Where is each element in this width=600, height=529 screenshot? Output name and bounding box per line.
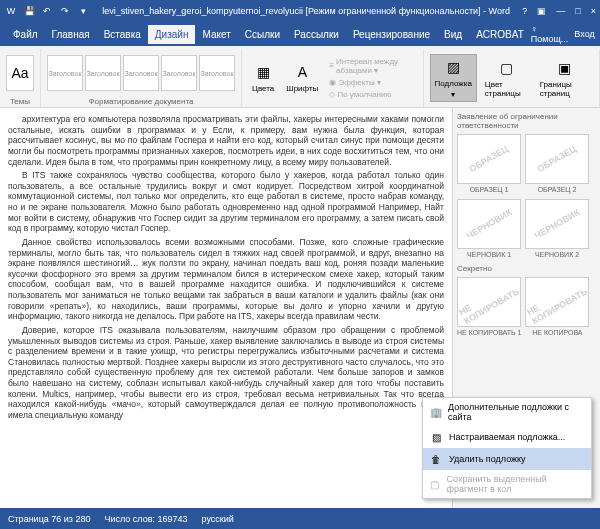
tab-insert[interactable]: Вставка (97, 25, 148, 44)
thumb-label: НЕ КОПИРОВАТЬ 1 (457, 329, 521, 336)
tab-view[interactable]: Вид (437, 25, 469, 44)
tab-acrobat[interactable]: ACROBAT (469, 25, 531, 44)
watermark-thumb-obrazec2[interactable]: ОБРАЗЕЦ (525, 134, 589, 184)
thumb-label: ОБРАЗЕЦ 1 (470, 186, 509, 193)
tab-layout[interactable]: Макет (195, 25, 237, 44)
sign-in-link[interactable]: Вход (574, 29, 594, 39)
menu-remove-watermark[interactable]: 🗑Удалить подложку (423, 448, 591, 470)
language[interactable]: русский (202, 514, 234, 524)
secret-section-label: Секретно (457, 264, 596, 273)
borders-icon: ▣ (554, 58, 574, 78)
fonts-button[interactable]: AШрифты (282, 60, 322, 95)
title-bar: W 💾 ↶ ↷ ▾ levi_stiven_hakery_geroi_kompy… (0, 0, 600, 22)
minimize-icon[interactable]: — (556, 6, 565, 16)
panel-title: Заявление об ограничении ответственности (457, 112, 596, 130)
tab-file[interactable]: Файл (6, 25, 45, 44)
word-icon: W (4, 4, 18, 18)
effects-button[interactable]: ◉ Эффекты ▾ (326, 77, 416, 88)
redo-icon[interactable]: ↷ (58, 4, 72, 18)
themes-button[interactable]: Aa (6, 55, 34, 91)
quick-access-toolbar: W 💾 ↶ ↷ ▾ (4, 4, 90, 18)
style-item[interactable]: Заголовок (123, 55, 159, 91)
colors-icon: ▦ (253, 62, 273, 82)
window-title: levi_stiven_hakery_geroi_kompyuternoi_re… (90, 6, 522, 16)
remove-watermark-icon: 🗑 (429, 452, 443, 466)
window-controls: ? ▣ — □ × (522, 6, 596, 16)
status-bar: Страница 76 из 280 Число слов: 169743 ру… (0, 508, 600, 529)
watermark-thumb-obrazec1[interactable]: ОБРАЗЕЦ (457, 134, 521, 184)
paragraph[interactable]: Данное свойство использовалось всеми воз… (8, 237, 444, 322)
paragraph-spacing-button[interactable]: ≡ Интервал между абзацами ▾ (326, 56, 416, 76)
save-icon[interactable]: 💾 (22, 4, 36, 18)
undo-icon[interactable]: ↶ (40, 4, 54, 18)
default-button[interactable]: ◇ По умолчанию (326, 89, 416, 100)
maximize-icon[interactable]: □ (575, 6, 580, 16)
office-icon: 🏢 (429, 405, 442, 419)
watermark-thumb-chernovik1[interactable]: ЧЕРНОВИК (457, 199, 521, 249)
save-selection-icon: ▢ (429, 477, 441, 491)
thumb-label: ЧЕРНОВИК 1 (467, 251, 511, 258)
paragraph[interactable]: архитектура его компьютера позволяла про… (8, 114, 444, 167)
watermark-context-menu: 🏢Дополнительные подложки с сайта ▨Настра… (422, 397, 592, 499)
menu-more-watermarks[interactable]: 🏢Дополнительные подложки с сайта (423, 398, 591, 426)
paragraph[interactable]: Доверие, которое ITS оказывала пользоват… (8, 325, 444, 421)
tell-me-search[interactable]: ♀ Помощ... (531, 24, 569, 44)
watermark-button[interactable]: ▨Подложка▾ (430, 54, 477, 102)
watermark-thumb-nocopy2[interactable]: НЕ КОПИРОВАТЬ (525, 277, 589, 327)
style-item[interactable]: Заголовок (47, 55, 83, 91)
tab-home[interactable]: Главная (45, 25, 97, 44)
watermark-thumb-chernovik2[interactable]: ЧЕРНОВИК (525, 199, 589, 249)
style-gallery[interactable]: Заголовок Заголовок Заголовок Заголовок … (47, 49, 235, 97)
page-number[interactable]: Страница 76 из 280 (8, 514, 90, 524)
style-item[interactable]: Заголовок (161, 55, 197, 91)
tab-review[interactable]: Рецензирование (346, 25, 437, 44)
themes-label: Темы (10, 97, 30, 107)
help-icon[interactable]: ? (522, 6, 527, 16)
thumb-label: НЕ КОПИРОВА (532, 329, 582, 336)
colors-button[interactable]: ▦Цвета (248, 60, 278, 95)
document-page[interactable]: архитектура его компьютера позволяла про… (0, 108, 452, 508)
paragraph[interactable]: В ITS также сохранялось чувство сообщест… (8, 170, 444, 234)
tab-references[interactable]: Ссылки (238, 25, 287, 44)
thumb-label: ЧЕРНОВИК 2 (535, 251, 579, 258)
ribbon: Aa Темы Заголовок Заголовок Заголовок За… (0, 46, 600, 108)
qat-dropdown-icon[interactable]: ▾ (76, 4, 90, 18)
menu-custom-watermark[interactable]: ▨Настраиваемая подложка... (423, 426, 591, 448)
tab-design[interactable]: Дизайн (148, 25, 196, 44)
style-item[interactable]: Заголовок (199, 55, 235, 91)
tab-mailings[interactable]: Рассылки (287, 25, 346, 44)
thumb-label: ОБРАЗЕЦ 2 (538, 186, 577, 193)
ribbon-options-icon[interactable]: ▣ (537, 6, 546, 16)
format-label: Форматирование документа (89, 97, 194, 107)
close-icon[interactable]: × (591, 6, 596, 16)
style-item[interactable]: Заголовок (85, 55, 121, 91)
page-borders-button[interactable]: ▣Границы страниц (536, 56, 593, 100)
custom-watermark-icon: ▨ (429, 430, 443, 444)
menu-save-selection[interactable]: ▢Сохранить выделенный фрагмент в кол (423, 470, 591, 498)
watermark-icon: ▨ (443, 57, 463, 77)
page-color-icon: ▢ (496, 58, 516, 78)
page-color-button[interactable]: ▢Цвет страницы (481, 56, 532, 100)
word-count[interactable]: Число слов: 169743 (104, 514, 187, 524)
watermark-thumb-nocopy1[interactable]: НЕ КОПИРОВАТЬ (457, 277, 521, 327)
fonts-icon: A (292, 62, 312, 82)
menu-bar: Файл Главная Вставка Дизайн Макет Ссылки… (0, 22, 600, 46)
